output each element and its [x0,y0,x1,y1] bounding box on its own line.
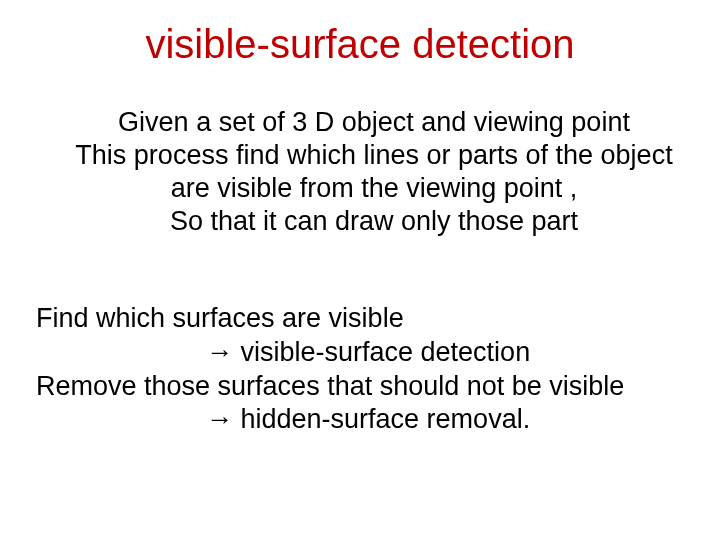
slide-title: visible-surface detection [0,22,720,67]
definition-paragraph: Given a set of 3 D object and viewing po… [48,106,700,238]
para2-line1: Find which surfaces are visible [36,303,404,333]
para2-line3: Remove those surfaces that should not be… [36,371,624,401]
slide: visible-surface detection Given a set of… [0,0,720,540]
para2-line2: → visible-surface detection [36,336,690,370]
para1-line4: So that it can draw only those part [170,206,578,236]
para1-line2: This process find which lines or parts o… [75,140,672,170]
explanation-paragraph: Find which surfaces are visible → visibl… [36,302,690,437]
para1-line3: are visible from the viewing point , [171,173,578,203]
para1-line1: Given a set of 3 D object and viewing po… [118,107,630,137]
para2-line4: → hidden-surface removal. [36,403,690,437]
